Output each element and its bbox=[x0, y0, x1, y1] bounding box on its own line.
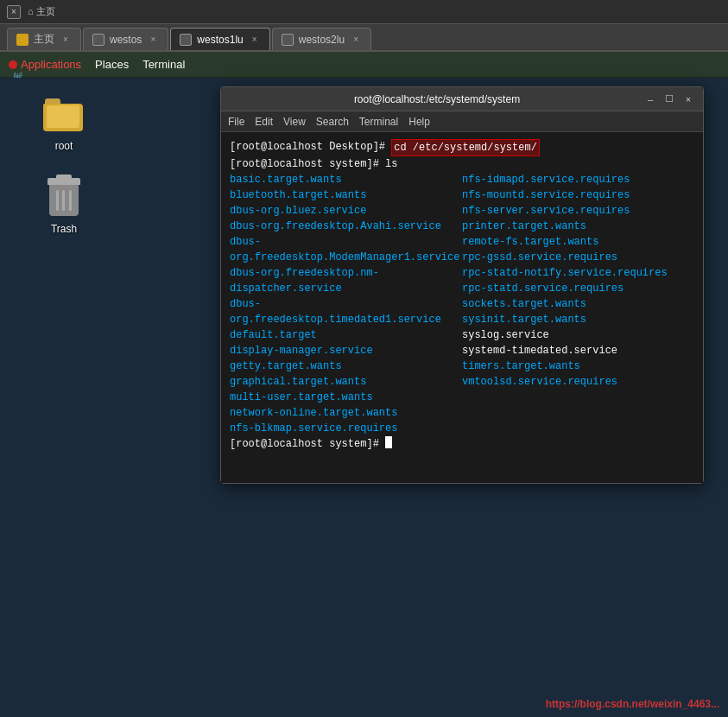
app-menu: Applications Places Terminal bbox=[0, 52, 728, 78]
ls-item: printer.target.wants bbox=[462, 219, 694, 234]
folder-body bbox=[43, 104, 83, 131]
desktop: root Trash bbox=[0, 78, 199, 717]
ls-item: dbus-org.freedesktop.timedated1.service bbox=[230, 296, 462, 327]
terminal-maximize-btn[interactable]: ☐ bbox=[663, 93, 675, 105]
desktop-icon-trash[interactable]: Trash bbox=[43, 178, 85, 235]
trash-body bbox=[49, 185, 79, 216]
terminal-title: root@localhost:/etc/systemd/system bbox=[230, 93, 644, 105]
ls-item: dbus-org.bluez.service bbox=[230, 203, 462, 219]
ls-item: getty.target.wants bbox=[230, 358, 462, 374]
ls-item: sockets.target.wants bbox=[462, 296, 694, 312]
terminal-prompt-1: [root@localhost Desktop]# bbox=[230, 139, 391, 156]
ls-item: nfs-blkmap.service.requires bbox=[230, 421, 462, 436]
trash-line-1 bbox=[56, 190, 59, 211]
westos1lu-tab-icon bbox=[180, 34, 192, 46]
applications-dot bbox=[9, 60, 17, 69]
ls-item: default.target bbox=[230, 327, 462, 343]
tab-home-label: 主页 bbox=[34, 32, 54, 47]
terminal-content[interactable]: [root@localhost Desktop]# cd /etc/system… bbox=[221, 132, 703, 483]
tab-westos1lu-close[interactable]: × bbox=[249, 34, 261, 46]
watermark: https://blog.csdn.net/weixin_4463... bbox=[546, 698, 719, 710]
desktop-icon-root[interactable]: root bbox=[43, 95, 85, 152]
terminal-close-btn[interactable]: × bbox=[682, 93, 694, 105]
terminal-cmd-highlight: cd /etc/systemd/system/ bbox=[391, 139, 540, 156]
terminal-ls-output: basic.target.wants bluetooth.target.want… bbox=[230, 172, 694, 436]
term-menu-terminal[interactable]: Terminal bbox=[359, 116, 398, 128]
ls-item: network-online.target.wants bbox=[230, 405, 462, 421]
ls-item: nfs-server.service.requires bbox=[462, 203, 694, 219]
trash-shape bbox=[47, 178, 81, 219]
watermark-text: https://blog.csdn.net/weixin_4463... bbox=[546, 698, 719, 710]
trash-icon-img bbox=[43, 178, 85, 219]
tab-westos-label: westos bbox=[110, 34, 142, 46]
terminal-final-prompt: [root@localhost system]# bbox=[230, 436, 385, 452]
ls-item: multi-user.target.wants bbox=[230, 390, 462, 405]
term-menu-file[interactable]: File bbox=[228, 116, 244, 128]
terminal-prompt-2: [root@localhost system]# bbox=[230, 156, 385, 172]
ls-item: dbus-org.freedesktop.ModemManager1.servi… bbox=[230, 234, 462, 265]
home-tab-icon bbox=[16, 34, 28, 46]
trash-line-3 bbox=[69, 190, 72, 211]
trash-lid bbox=[47, 178, 80, 185]
trash-line-2 bbox=[62, 190, 65, 211]
top-bar: × ⌂ 主页 bbox=[0, 0, 728, 24]
ls-item: rpc-gssd.service.requires bbox=[462, 250, 694, 265]
ls-item: rpc-statd-notify.service.requires bbox=[462, 265, 694, 281]
app-menu-places[interactable]: Places bbox=[95, 58, 129, 71]
places-label: Places bbox=[95, 58, 129, 71]
root-icon-label: root bbox=[55, 140, 73, 152]
ls-item: syslog.service bbox=[462, 327, 694, 343]
ls-item: vmtoolsd.service.requires bbox=[462, 374, 694, 390]
terminal-line-2: [root@localhost system]# ls bbox=[230, 156, 694, 172]
ls-item: bluetooth.target.wants bbox=[230, 187, 462, 203]
westos-tab-icon bbox=[92, 34, 104, 46]
ls-item: graphical.target.wants bbox=[230, 374, 462, 390]
ls-item: rpc-statd.service.requires bbox=[462, 281, 694, 296]
term-menu-help[interactable]: Help bbox=[408, 116, 430, 128]
ls-item: nfs-idmapd.service.requires bbox=[462, 172, 694, 187]
ls-item: remote-fs.target.wants bbox=[462, 234, 694, 250]
terminal-titlebar: root@localhost:/etc/systemd/system – ☐ × bbox=[221, 87, 703, 111]
tab-westos1lu[interactable]: westos1lu × bbox=[170, 28, 269, 50]
tab-bar: 主页 × westos × westos1lu × westos2lu × bbox=[0, 24, 728, 52]
terminal-cmd-2: ls bbox=[385, 156, 397, 172]
app-menu-terminal[interactable]: Terminal bbox=[142, 58, 185, 71]
terminal-cursor bbox=[385, 436, 392, 448]
terminal-final-prompt-line: [root@localhost system]# bbox=[230, 436, 694, 452]
trash-icon-label: Trash bbox=[51, 223, 77, 235]
westos2lu-tab-icon bbox=[282, 34, 294, 46]
term-menu-view[interactable]: View bbox=[283, 116, 306, 128]
tab-westos[interactable]: westos × bbox=[83, 28, 168, 50]
ls-item: dbus-org.freedesktop.Avahi.service bbox=[230, 219, 462, 234]
ls-col-left: basic.target.wants bluetooth.target.want… bbox=[230, 172, 462, 436]
applications-label: Applications bbox=[21, 58, 81, 71]
window-close-btn[interactable]: × bbox=[7, 5, 21, 19]
tab-westos2lu-label: westos2lu bbox=[299, 34, 345, 46]
app-menu-applications[interactable]: Applications bbox=[9, 58, 81, 71]
folder-icon-img bbox=[43, 95, 85, 136]
terminal-line-1: [root@localhost Desktop]# cd /etc/system… bbox=[230, 139, 694, 156]
terminal-controls-right: – ☐ × bbox=[644, 93, 694, 105]
terminal-menu-label: Terminal bbox=[142, 58, 185, 71]
ls-item: display-manager.service bbox=[230, 343, 462, 358]
ls-col-right: nfs-idmapd.service.requires nfs-mountd.s… bbox=[462, 172, 694, 436]
term-menu-search[interactable]: Search bbox=[316, 116, 349, 128]
ls-item: systemd-timedated.service bbox=[462, 343, 694, 358]
term-menu-edit[interactable]: Edit bbox=[255, 116, 273, 128]
tab-westos-close[interactable]: × bbox=[147, 34, 159, 46]
ls-item: sysinit.target.wants bbox=[462, 312, 694, 327]
folder-shape bbox=[43, 98, 85, 133]
tab-westos2lu-close[interactable]: × bbox=[350, 34, 362, 46]
ls-item: nfs-mountd.service.requires bbox=[462, 187, 694, 203]
tab-home[interactable]: 主页 × bbox=[7, 28, 81, 50]
ls-item: timers.target.wants bbox=[462, 358, 694, 374]
tab-westos1lu-label: westos1lu bbox=[197, 34, 243, 46]
terminal-menu-bar: File Edit View Search Terminal Help bbox=[221, 111, 703, 132]
tab-home-close[interactable]: × bbox=[60, 34, 72, 46]
terminal-minimize-btn[interactable]: – bbox=[644, 93, 656, 105]
ls-item: basic.target.wants bbox=[230, 172, 462, 187]
ls-item: dbus-org.freedesktop.nm-dispatcher.servi… bbox=[230, 265, 462, 296]
top-bar-label: ⌂ 主页 bbox=[28, 5, 55, 18]
tab-westos2lu[interactable]: westos2lu × bbox=[272, 28, 371, 50]
terminal-window: root@localhost:/etc/systemd/system – ☐ ×… bbox=[220, 86, 704, 484]
